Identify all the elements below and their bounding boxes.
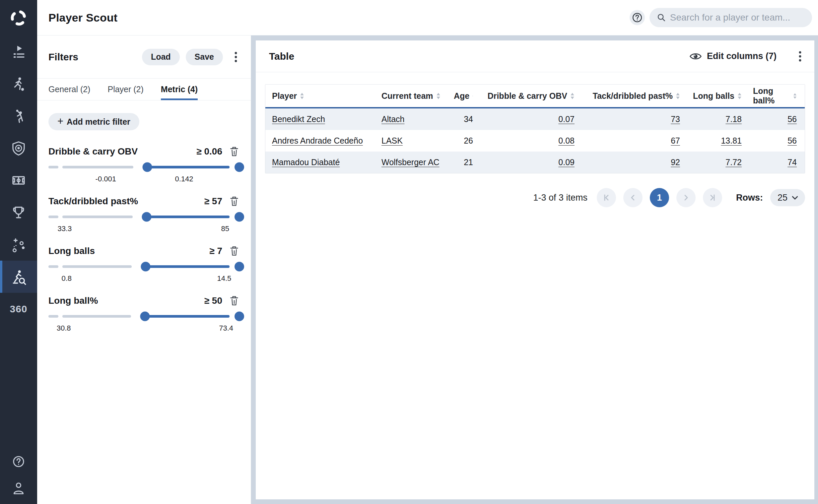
sidebar-item-trophy[interactable] bbox=[0, 196, 37, 228]
sidebar-item-pitch[interactable] bbox=[0, 164, 37, 196]
cell-link[interactable]: Benedikt Zech bbox=[272, 114, 325, 124]
slider-track-unselected bbox=[62, 216, 133, 218]
cell-link[interactable]: 67 bbox=[671, 136, 680, 145]
next-page-button[interactable] bbox=[676, 188, 696, 207]
cell-link[interactable]: Mamadou Diabaté bbox=[272, 157, 340, 167]
page-1-button[interactable]: 1 bbox=[650, 188, 669, 207]
column-header-dribble-carry-obv[interactable]: Dribble & carry OBV bbox=[481, 91, 583, 101]
load-filters-button[interactable]: Load bbox=[142, 49, 180, 65]
cell-link[interactable]: LASK bbox=[381, 136, 403, 145]
cell-link[interactable]: 74 bbox=[787, 157, 797, 167]
sidebar: 360 bbox=[0, 0, 37, 504]
column-header-current-team[interactable]: Current team bbox=[375, 91, 451, 101]
global-search[interactable] bbox=[650, 8, 812, 27]
range-slider[interactable] bbox=[48, 262, 239, 272]
app-logo[interactable] bbox=[0, 0, 37, 35]
search-input[interactable] bbox=[670, 12, 804, 23]
goalkeeper-icon bbox=[11, 108, 27, 124]
slider-track[interactable] bbox=[62, 265, 239, 268]
previous-page-button[interactable] bbox=[623, 188, 643, 207]
tab-player[interactable]: Player (2) bbox=[107, 79, 143, 100]
slider-min-label: 0.8 bbox=[61, 274, 72, 283]
slider-upper-handle[interactable] bbox=[234, 262, 244, 272]
cell-dribble-carry-obv: 0.07 bbox=[481, 114, 583, 124]
cell-dribble-carry-obv: 0.08 bbox=[481, 136, 583, 146]
slider-track[interactable] bbox=[62, 315, 239, 318]
cell-link[interactable]: 56 bbox=[787, 136, 797, 145]
slider-start-segment bbox=[48, 265, 58, 268]
cell-link[interactable]: 0.08 bbox=[558, 136, 575, 145]
column-header-player[interactable]: Player bbox=[265, 91, 375, 101]
metric-filter-threshold: ≥ 0.06 bbox=[196, 146, 222, 157]
sidebar-item-goalkeeper[interactable] bbox=[0, 100, 37, 132]
first-page-button[interactable] bbox=[597, 188, 616, 207]
filters-menu-button[interactable] bbox=[231, 49, 241, 65]
chevron-down-icon bbox=[792, 196, 798, 200]
results-table: PlayerCurrent teamAgeDribble & carry OBV… bbox=[265, 84, 805, 173]
column-header-tack-dribbled-past-[interactable]: Tack/dribbled past% bbox=[583, 91, 688, 101]
cell-link[interactable]: 73 bbox=[671, 114, 680, 124]
add-metric-filter-label: Add metric filter bbox=[67, 117, 130, 127]
slider-lower-handle[interactable] bbox=[142, 212, 151, 222]
cell-player: Mamadou Diabaté bbox=[265, 157, 375, 167]
tab-metric[interactable]: Metric (4) bbox=[161, 79, 198, 100]
rows-per-page-select[interactable]: 25 bbox=[770, 189, 805, 206]
sidebar-item-team-shield[interactable] bbox=[0, 132, 37, 164]
table-menu-button[interactable] bbox=[795, 49, 805, 64]
delete-filter-button[interactable] bbox=[229, 245, 239, 257]
delete-filter-button[interactable] bbox=[229, 295, 239, 307]
slider-labels: 0.8 14.5 bbox=[48, 274, 239, 283]
column-label: Current team bbox=[381, 91, 433, 101]
delete-filter-button[interactable] bbox=[229, 195, 239, 207]
match-list-icon bbox=[11, 44, 27, 60]
sidebar-item-match-list[interactable] bbox=[0, 35, 37, 68]
slider-lower-handle[interactable] bbox=[141, 262, 150, 272]
cell-link[interactable]: Andres Andrade Cedeño bbox=[272, 136, 363, 145]
sidebar-item-profile[interactable] bbox=[0, 477, 37, 504]
sidebar-item-player-scout[interactable] bbox=[0, 261, 37, 293]
trash-icon bbox=[229, 295, 239, 306]
range-slider[interactable] bbox=[48, 162, 239, 172]
sidebar-item-player-running[interactable] bbox=[0, 68, 37, 100]
cell-link[interactable]: 7.72 bbox=[725, 157, 742, 167]
slider-upper-handle[interactable] bbox=[234, 212, 244, 222]
sidebar-item-help[interactable] bbox=[0, 445, 37, 477]
slider-upper-handle[interactable] bbox=[234, 162, 244, 172]
cell-link[interactable]: 92 bbox=[671, 157, 680, 167]
cell-link[interactable]: 56 bbox=[787, 114, 797, 124]
tab-general[interactable]: General (2) bbox=[48, 79, 90, 100]
sidebar-item-360[interactable]: 360 bbox=[0, 293, 37, 325]
cell-link[interactable]: 13.81 bbox=[721, 136, 742, 145]
range-slider[interactable] bbox=[48, 311, 239, 321]
cell-link[interactable]: 0.07 bbox=[558, 114, 575, 124]
delete-filter-button[interactable] bbox=[229, 146, 239, 157]
column-header-long-balls[interactable]: Long balls bbox=[688, 91, 750, 101]
pitch-icon bbox=[11, 172, 27, 188]
page-title: Player Scout bbox=[48, 11, 117, 24]
sidebar-item-tactics[interactable] bbox=[0, 228, 37, 261]
slider-min-label: 33.3 bbox=[58, 224, 72, 233]
cell-link[interactable]: Altach bbox=[381, 114, 404, 124]
cell-current-team: Altach bbox=[375, 114, 451, 124]
slider-upper-handle[interactable] bbox=[234, 312, 244, 321]
help-button[interactable] bbox=[630, 10, 645, 25]
save-filters-button[interactable]: Save bbox=[186, 49, 223, 65]
edit-columns-button[interactable]: Edit columns (7) bbox=[690, 51, 777, 61]
add-metric-filter-button[interactable]: + Add metric filter bbox=[48, 113, 139, 130]
cell-link[interactable]: 0.09 bbox=[558, 157, 575, 167]
statsbomb-logo-icon bbox=[9, 9, 28, 27]
cell-link[interactable]: 7.18 bbox=[725, 114, 742, 124]
range-slider[interactable] bbox=[48, 212, 239, 222]
help-icon bbox=[11, 454, 27, 470]
slider-track[interactable] bbox=[62, 166, 239, 168]
slider-track[interactable] bbox=[62, 216, 239, 218]
slider-lower-handle[interactable] bbox=[140, 312, 150, 321]
column-header-age[interactable]: Age bbox=[451, 91, 481, 101]
last-page-button[interactable] bbox=[703, 188, 722, 207]
column-header-long-ball-[interactable]: Long ball% bbox=[750, 86, 805, 105]
cell-link[interactable]: Wolfsberger AC bbox=[381, 157, 440, 167]
slider-max-label: 14.5 bbox=[217, 274, 231, 283]
slider-min-label: -0.001 bbox=[95, 175, 116, 183]
pagination: 1-3 of 3 items 1 bbox=[265, 188, 805, 207]
slider-lower-handle[interactable] bbox=[143, 162, 152, 172]
